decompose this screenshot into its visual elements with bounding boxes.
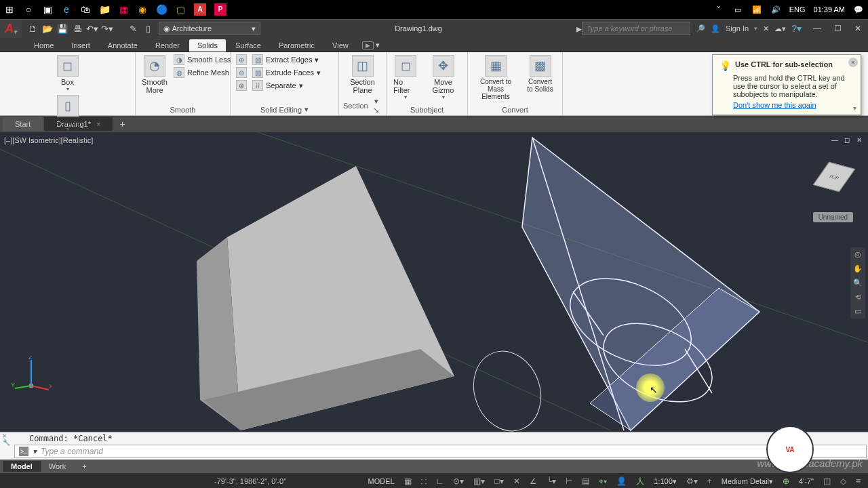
refine-mesh-button[interactable]: ◍Refine Mesh [172, 66, 232, 79]
exchange-icon[interactable]: ✕ [763, 24, 769, 33]
group-section-label[interactable]: Section ▾ ↘ [343, 96, 382, 116]
ortho-button[interactable]: ∟ [433, 476, 448, 486]
edge-icon[interactable]: e [61, 4, 72, 15]
command-input[interactable]: >_ ▾ Type a command [14, 445, 867, 458]
app-menu-button[interactable]: A▾ [0, 20, 22, 38]
add-layout-button[interactable]: + [74, 461, 94, 472]
tab-insert[interactable]: Insert [63, 39, 98, 52]
isoplane-button[interactable]: ▥▾ [470, 476, 488, 486]
anno-scale-button[interactable]: 1:100▾ [650, 477, 680, 486]
language-indicator[interactable]: ENG [789, 5, 806, 14]
model-space-button[interactable]: MODEL [365, 477, 398, 485]
extrude-faces-button[interactable]: ▧Extrude Faces ▾ [251, 66, 322, 79]
battery-icon[interactable]: ▭ [732, 4, 743, 15]
plus-button[interactable]: + [704, 476, 715, 486]
polar-button[interactable]: ⊙▾ [450, 476, 467, 486]
infocenter-icon[interactable]: 🔎 [696, 24, 705, 33]
tab-home[interactable]: Home [26, 39, 62, 52]
3dosnap-button[interactable]: ✕ [510, 476, 524, 486]
cmd-close-icon[interactable]: × [3, 432, 10, 439]
app-icon-1[interactable]: ▦ [118, 4, 129, 15]
a360-icon[interactable]: ☁︎▾ [774, 24, 786, 33]
taskview-icon[interactable]: ▣ [42, 4, 53, 15]
box-button[interactable]: ◻Box▾ [4, 54, 131, 94]
section-plane-button[interactable]: ◫Section Plane [343, 54, 382, 96]
open-icon[interactable]: 📂 [42, 23, 53, 34]
elevation-icon[interactable]: ⊕ [779, 476, 793, 486]
convert-solids-button[interactable]: ▩Convert to Solids [522, 54, 558, 94]
coordinates-readout[interactable]: -79'-3", 1986'-2", 0'-0" [214, 477, 286, 485]
undo-icon[interactable]: ↶▾ [87, 23, 98, 34]
layer-icon[interactable]: ▯ [142, 23, 153, 34]
tab-view[interactable]: View [324, 39, 357, 52]
move-gizmo-button[interactable]: ✥Move Gizmo▾ [423, 54, 463, 102]
autocad-icon[interactable]: A [194, 3, 206, 16]
cortana-icon[interactable]: ○ [23, 4, 34, 15]
smooth-more-button[interactable]: ◔Smooth More [140, 54, 170, 96]
separate-button[interactable]: ⁞⁞Separate ▾ [251, 79, 322, 92]
chevron-up-icon[interactable]: ˅ [713, 4, 724, 15]
dyn-ucs-button[interactable]: └▾ [543, 476, 560, 486]
tooltip-dismiss-link[interactable]: Don't show me this again [733, 101, 816, 109]
model-tab[interactable]: Model [3, 461, 41, 472]
wifi-icon[interactable]: 📶 [751, 4, 762, 15]
match-icon[interactable]: ✎ [127, 23, 138, 34]
cmd-customize-icon[interactable]: 🔧 [3, 439, 10, 446]
chrome-icon[interactable]: 🔵 [156, 4, 167, 15]
print-icon[interactable]: 🖶 [72, 23, 83, 34]
app-icon-3[interactable]: ▢ [175, 4, 186, 15]
app-icon-2[interactable]: ◉ [137, 4, 148, 15]
hardware-accel-button[interactable]: ◇ [837, 476, 850, 486]
detail-button[interactable]: Medium Detail▾ [718, 477, 776, 486]
tab-render[interactable]: Render [147, 39, 188, 52]
transparency-button[interactable]: 👤 [613, 476, 630, 486]
union-button[interactable]: ⊕ [235, 54, 248, 66]
extract-edges-button[interactable]: ▨Extract Edges ▾ [251, 54, 322, 66]
intersect-button[interactable]: ⊗ [235, 79, 248, 92]
volume-icon[interactable]: 🔊 [770, 4, 781, 15]
tooltip-close-button[interactable]: × [848, 58, 858, 67]
help-search-input[interactable]: Type a keyword or phrase [582, 22, 690, 35]
close-button[interactable]: ✕ [848, 22, 868, 35]
save-icon[interactable]: 💾 [57, 23, 68, 34]
signin-button[interactable]: Sign In [726, 24, 749, 33]
subtract-button[interactable]: ⊖ [235, 66, 248, 79]
help-icon[interactable]: ?▾ [791, 23, 802, 34]
osnap-button[interactable]: □▾ [491, 476, 507, 486]
start-icon[interactable]: ⊞ [4, 4, 15, 15]
group-editing-label[interactable]: Solid Editing ▾ [235, 104, 334, 115]
tab-featured[interactable]: ▶ ▾ [358, 39, 384, 52]
notifications-icon[interactable]: 💬 [853, 4, 864, 15]
gear-button[interactable]: ⚙▾ [683, 476, 701, 486]
clock[interactable]: 01:39 AM [814, 5, 845, 14]
explorer-icon[interactable]: 📁 [99, 4, 110, 15]
otrack-button[interactable]: ∠ [526, 476, 540, 486]
tab-solids[interactable]: Solids [189, 39, 226, 52]
redo-icon[interactable]: ↷▾ [102, 23, 113, 34]
wcs-button[interactable]: ⌖▾ [595, 476, 610, 486]
extrude-button[interactable]: ▯Extrude▾ [4, 94, 131, 134]
work-tab[interactable]: Work [41, 461, 74, 472]
constrain-button[interactable]: 人 [633, 476, 648, 487]
dyn-input-button[interactable]: ⊢ [562, 476, 576, 486]
tab-parametric[interactable]: Parametric [271, 39, 323, 52]
workspace-selector[interactable]: ◉ Architecture ▾ [159, 22, 260, 35]
convert-mass-button[interactable]: ▦Convert to Mass Elements [472, 54, 519, 102]
isolate-button[interactable]: ◫ [820, 476, 834, 486]
tab-annotate[interactable]: Annotate [100, 39, 146, 52]
powerpoint-icon[interactable]: P [214, 3, 226, 16]
store-icon[interactable]: 🛍 [80, 4, 91, 15]
smooth-less-button[interactable]: ◑Smooth Less [172, 54, 232, 66]
elevation-readout[interactable]: 4'-7" [795, 477, 817, 485]
cycling-button[interactable]: ▤ [578, 476, 593, 486]
no-filter-button[interactable]: ◻No Filter▾ [391, 54, 420, 102]
tooltip-expand-icon[interactable]: ▾ [853, 104, 856, 112]
grid-button[interactable]: ▦ [401, 476, 415, 486]
signin-dropdown-icon[interactable]: ▾ [754, 25, 757, 32]
drawing-viewport[interactable]: [–][SW Isometric][Realistic] — ◻ ✕ TOP U… [0, 132, 868, 432]
snap-button[interactable]: ⸬ [418, 476, 430, 486]
tab-surface[interactable]: Surface [227, 39, 269, 52]
minimize-button[interactable]: — [807, 22, 827, 35]
new-icon[interactable]: 🗋 [27, 23, 38, 34]
customize-status-button[interactable]: ≡ [852, 476, 864, 486]
